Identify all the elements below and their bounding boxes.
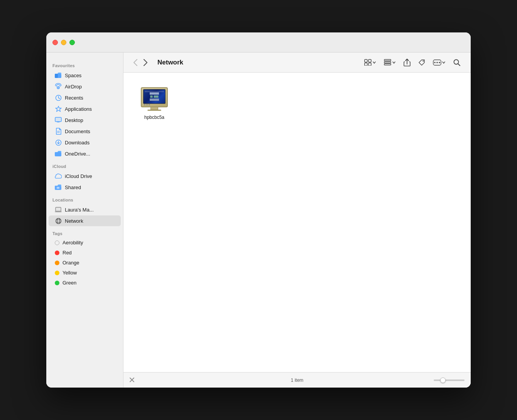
sidebar-documents-label: Documents (65, 129, 90, 134)
share-button[interactable] (401, 57, 413, 68)
content-area: Network (123, 52, 471, 388)
main-layout: Favourites Spaces (46, 52, 471, 388)
svg-rect-28 (384, 59, 391, 61)
sidebar-spaces-label: Spaces (65, 73, 81, 78)
sidebar-yellow-label: Yellow (63, 270, 77, 276)
svg-rect-27 (368, 63, 371, 66)
shared-folder-icon (55, 184, 62, 191)
toolbar: Network (123, 52, 471, 73)
computer-icon: ████████ ██ ████ ████████ (141, 87, 168, 112)
sidebar-lauras-mac-label: Laura's Ma... (65, 207, 94, 213)
sidebar-item-tag-green[interactable]: Green (49, 278, 121, 288)
svg-rect-30 (384, 64, 391, 65)
folder-icon (55, 72, 62, 79)
forward-button[interactable] (141, 58, 150, 68)
nav-buttons (131, 58, 150, 68)
sidebar-item-tag-aerobility[interactable]: Aerobility (49, 238, 121, 247)
sidebar-item-lauras-mac[interactable]: Laura's Ma... (49, 204, 121, 215)
sidebar-item-airdrop[interactable]: AirDrop (49, 81, 121, 92)
maximize-button[interactable] (69, 40, 75, 45)
sidebar-item-applications[interactable]: Applications (49, 103, 121, 114)
aerobility-tag-dot (55, 240, 59, 245)
status-bar: 1 item (123, 372, 471, 388)
svg-rect-24 (365, 59, 367, 62)
tag-button[interactable] (416, 57, 428, 68)
svg-rect-25 (368, 59, 371, 62)
clock-icon (55, 94, 62, 101)
zoom-slider-container[interactable] (434, 379, 465, 381)
sidebar-item-spaces[interactable]: Spaces (49, 70, 121, 81)
documents-icon (55, 128, 62, 135)
red-tag-dot (55, 251, 59, 255)
sidebar-item-tag-orange[interactable]: Orange (49, 258, 121, 268)
view-columns-button[interactable] (381, 57, 399, 68)
svg-point-33 (436, 62, 438, 63)
sidebar-item-desktop[interactable]: Desktop (49, 115, 121, 125)
svg-rect-8 (55, 117, 61, 122)
svg-rect-26 (365, 63, 367, 66)
downloads-icon (55, 139, 62, 146)
sidebar-recents-label: Recents (65, 95, 83, 101)
sidebar: Favourites Spaces (46, 52, 123, 388)
svg-line-6 (58, 98, 60, 98)
file-item-hpbcbc5a[interactable]: ████████ ██ ████ ████████ (135, 84, 174, 123)
favourites-section-label: Favourites (46, 59, 123, 69)
sidebar-item-tag-red[interactable]: Red (49, 248, 121, 257)
zoom-slider-thumb (440, 378, 446, 383)
sidebar-desktop-label: Desktop (65, 117, 83, 123)
applications-icon (55, 105, 62, 112)
sidebar-icloud-drive-label: iCloud Drive (65, 173, 92, 179)
file-area[interactable]: ████████ ██ ████ ████████ (123, 73, 471, 372)
svg-rect-15 (55, 152, 61, 156)
svg-point-31 (423, 60, 424, 61)
sidebar-downloads-label: Downloads (65, 140, 90, 146)
svg-point-32 (434, 62, 436, 63)
svg-point-21 (57, 218, 60, 224)
sidebar-network-label: Network (65, 218, 83, 224)
svg-point-3 (58, 87, 59, 88)
file-label-hpbcbc5a: hpbcbc5a (144, 115, 164, 120)
zoom-control (434, 379, 465, 381)
onedrive-icon (55, 150, 62, 157)
sidebar-item-onedrive[interactable]: OneDrive... (49, 148, 121, 159)
sidebar-red-label: Red (63, 250, 72, 256)
sidebar-item-downloads[interactable]: Downloads (49, 137, 121, 148)
minimize-button[interactable] (61, 40, 66, 45)
item-count-label: 1 item (291, 378, 304, 383)
svg-line-37 (458, 64, 460, 66)
sidebar-item-icloud-drive[interactable]: iCloud Drive (49, 171, 121, 181)
traffic-lights (52, 40, 75, 45)
page-title: Network (157, 59, 357, 66)
svg-rect-19 (56, 207, 61, 211)
sidebar-airdrop-label: AirDrop (65, 84, 82, 90)
back-button[interactable] (131, 58, 140, 68)
sidebar-aerobility-label: Aerobility (63, 240, 83, 246)
sidebar-item-recents[interactable]: Recents (49, 92, 121, 103)
sidebar-item-documents[interactable]: Documents (49, 126, 121, 137)
sidebar-item-shared[interactable]: Shared (49, 182, 121, 193)
view-grid-button[interactable] (362, 57, 379, 68)
zoom-slider[interactable] (434, 379, 465, 381)
sidebar-onedrive-label: OneDrive... (65, 151, 90, 157)
airdrop-icon (55, 83, 62, 90)
more-button[interactable] (430, 57, 448, 68)
sidebar-item-tag-yellow[interactable]: Yellow (49, 268, 121, 278)
sidebar-shared-label: Shared (65, 185, 81, 190)
desktop-icon (55, 117, 62, 124)
sidebar-item-network[interactable]: Network (49, 215, 121, 226)
svg-point-20 (56, 218, 61, 224)
icloud-drive-icon (55, 173, 62, 180)
tags-section-label: Tags (46, 227, 123, 237)
close-button[interactable] (52, 40, 58, 45)
search-button[interactable] (451, 57, 463, 68)
orange-tag-dot (55, 261, 59, 265)
sidebar-green-label: Green (63, 280, 76, 286)
status-close-button[interactable] (130, 377, 134, 383)
titlebar (46, 32, 471, 52)
laptop-icon (55, 206, 62, 213)
icloud-section-label: iCloud (46, 159, 123, 170)
sidebar-orange-label: Orange (63, 260, 79, 266)
svg-point-34 (439, 62, 440, 63)
svg-rect-1 (55, 74, 58, 78)
green-tag-dot (55, 281, 59, 285)
